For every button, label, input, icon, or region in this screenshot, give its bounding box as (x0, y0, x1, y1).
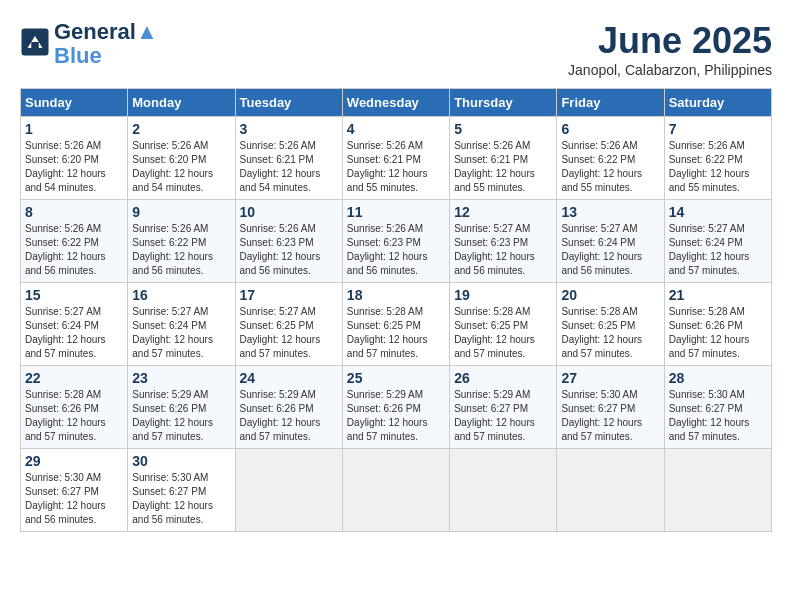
table-row: 2 Sunrise: 5:26 AMSunset: 6:20 PMDayligh… (128, 117, 235, 200)
calendar-week-2: 8 Sunrise: 5:26 AMSunset: 6:22 PMDayligh… (21, 200, 772, 283)
header-saturday: Saturday (664, 89, 771, 117)
logo: General▲ Blue (20, 20, 158, 68)
day-number: 4 (347, 121, 445, 137)
day-info: Sunrise: 5:26 AMSunset: 6:21 PMDaylight:… (347, 139, 445, 195)
table-row: 20 Sunrise: 5:28 AMSunset: 6:25 PMDaylig… (557, 283, 664, 366)
day-info: Sunrise: 5:27 AMSunset: 6:25 PMDaylight:… (240, 305, 338, 361)
table-row: 25 Sunrise: 5:29 AMSunset: 6:26 PMDaylig… (342, 366, 449, 449)
day-number: 9 (132, 204, 230, 220)
table-row (450, 449, 557, 532)
logo-text: General▲ Blue (54, 20, 158, 68)
location: Janopol, Calabarzon, Philippines (568, 62, 772, 78)
table-row (557, 449, 664, 532)
table-row: 17 Sunrise: 5:27 AMSunset: 6:25 PMDaylig… (235, 283, 342, 366)
month-title: June 2025 (568, 20, 772, 62)
table-row: 9 Sunrise: 5:26 AMSunset: 6:22 PMDayligh… (128, 200, 235, 283)
header-monday: Monday (128, 89, 235, 117)
day-number: 16 (132, 287, 230, 303)
calendar: Sunday Monday Tuesday Wednesday Thursday… (20, 88, 772, 532)
day-info: Sunrise: 5:27 AMSunset: 6:24 PMDaylight:… (561, 222, 659, 278)
table-row: 28 Sunrise: 5:30 AMSunset: 6:27 PMDaylig… (664, 366, 771, 449)
day-info: Sunrise: 5:26 AMSunset: 6:20 PMDaylight:… (132, 139, 230, 195)
day-info: Sunrise: 5:26 AMSunset: 6:23 PMDaylight:… (240, 222, 338, 278)
table-row: 16 Sunrise: 5:27 AMSunset: 6:24 PMDaylig… (128, 283, 235, 366)
table-row: 3 Sunrise: 5:26 AMSunset: 6:21 PMDayligh… (235, 117, 342, 200)
table-row: 24 Sunrise: 5:29 AMSunset: 6:26 PMDaylig… (235, 366, 342, 449)
table-row: 19 Sunrise: 5:28 AMSunset: 6:25 PMDaylig… (450, 283, 557, 366)
table-row: 11 Sunrise: 5:26 AMSunset: 6:23 PMDaylig… (342, 200, 449, 283)
title-section: June 2025 Janopol, Calabarzon, Philippin… (568, 20, 772, 78)
header-tuesday: Tuesday (235, 89, 342, 117)
day-number: 20 (561, 287, 659, 303)
day-info: Sunrise: 5:26 AMSunset: 6:22 PMDaylight:… (561, 139, 659, 195)
table-row: 12 Sunrise: 5:27 AMSunset: 6:23 PMDaylig… (450, 200, 557, 283)
day-info: Sunrise: 5:26 AMSunset: 6:23 PMDaylight:… (347, 222, 445, 278)
table-row: 15 Sunrise: 5:27 AMSunset: 6:24 PMDaylig… (21, 283, 128, 366)
day-number: 28 (669, 370, 767, 386)
calendar-header-row: Sunday Monday Tuesday Wednesday Thursday… (21, 89, 772, 117)
day-number: 15 (25, 287, 123, 303)
day-info: Sunrise: 5:29 AMSunset: 6:26 PMDaylight:… (347, 388, 445, 444)
day-number: 19 (454, 287, 552, 303)
day-number: 8 (25, 204, 123, 220)
day-number: 11 (347, 204, 445, 220)
day-info: Sunrise: 5:27 AMSunset: 6:24 PMDaylight:… (25, 305, 123, 361)
day-number: 14 (669, 204, 767, 220)
day-info: Sunrise: 5:28 AMSunset: 6:25 PMDaylight:… (454, 305, 552, 361)
day-number: 13 (561, 204, 659, 220)
day-number: 23 (132, 370, 230, 386)
table-row: 8 Sunrise: 5:26 AMSunset: 6:22 PMDayligh… (21, 200, 128, 283)
day-info: Sunrise: 5:30 AMSunset: 6:27 PMDaylight:… (132, 471, 230, 527)
table-row: 4 Sunrise: 5:26 AMSunset: 6:21 PMDayligh… (342, 117, 449, 200)
header-thursday: Thursday (450, 89, 557, 117)
calendar-week-5: 29 Sunrise: 5:30 AMSunset: 6:27 PMDaylig… (21, 449, 772, 532)
table-row: 18 Sunrise: 5:28 AMSunset: 6:25 PMDaylig… (342, 283, 449, 366)
day-number: 29 (25, 453, 123, 469)
day-number: 10 (240, 204, 338, 220)
day-info: Sunrise: 5:29 AMSunset: 6:26 PMDaylight:… (132, 388, 230, 444)
day-number: 25 (347, 370, 445, 386)
header-sunday: Sunday (21, 89, 128, 117)
day-info: Sunrise: 5:29 AMSunset: 6:26 PMDaylight:… (240, 388, 338, 444)
table-row: 26 Sunrise: 5:29 AMSunset: 6:27 PMDaylig… (450, 366, 557, 449)
day-number: 18 (347, 287, 445, 303)
day-number: 30 (132, 453, 230, 469)
table-row: 30 Sunrise: 5:30 AMSunset: 6:27 PMDaylig… (128, 449, 235, 532)
day-info: Sunrise: 5:26 AMSunset: 6:22 PMDaylight:… (669, 139, 767, 195)
day-info: Sunrise: 5:30 AMSunset: 6:27 PMDaylight:… (669, 388, 767, 444)
table-row: 10 Sunrise: 5:26 AMSunset: 6:23 PMDaylig… (235, 200, 342, 283)
table-row: 21 Sunrise: 5:28 AMSunset: 6:26 PMDaylig… (664, 283, 771, 366)
day-info: Sunrise: 5:26 AMSunset: 6:21 PMDaylight:… (240, 139, 338, 195)
day-number: 24 (240, 370, 338, 386)
day-number: 3 (240, 121, 338, 137)
day-number: 2 (132, 121, 230, 137)
calendar-week-3: 15 Sunrise: 5:27 AMSunset: 6:24 PMDaylig… (21, 283, 772, 366)
day-number: 6 (561, 121, 659, 137)
day-info: Sunrise: 5:27 AMSunset: 6:24 PMDaylight:… (669, 222, 767, 278)
day-info: Sunrise: 5:30 AMSunset: 6:27 PMDaylight:… (25, 471, 123, 527)
day-info: Sunrise: 5:28 AMSunset: 6:26 PMDaylight:… (25, 388, 123, 444)
day-info: Sunrise: 5:28 AMSunset: 6:26 PMDaylight:… (669, 305, 767, 361)
logo-icon (20, 27, 50, 57)
day-info: Sunrise: 5:26 AMSunset: 6:22 PMDaylight:… (132, 222, 230, 278)
table-row (342, 449, 449, 532)
day-info: Sunrise: 5:28 AMSunset: 6:25 PMDaylight:… (347, 305, 445, 361)
table-row: 1 Sunrise: 5:26 AMSunset: 6:20 PMDayligh… (21, 117, 128, 200)
table-row: 23 Sunrise: 5:29 AMSunset: 6:26 PMDaylig… (128, 366, 235, 449)
table-row (235, 449, 342, 532)
table-row: 13 Sunrise: 5:27 AMSunset: 6:24 PMDaylig… (557, 200, 664, 283)
table-row: 5 Sunrise: 5:26 AMSunset: 6:21 PMDayligh… (450, 117, 557, 200)
day-info: Sunrise: 5:27 AMSunset: 6:23 PMDaylight:… (454, 222, 552, 278)
day-info: Sunrise: 5:29 AMSunset: 6:27 PMDaylight:… (454, 388, 552, 444)
day-number: 17 (240, 287, 338, 303)
day-number: 27 (561, 370, 659, 386)
table-row: 29 Sunrise: 5:30 AMSunset: 6:27 PMDaylig… (21, 449, 128, 532)
calendar-week-1: 1 Sunrise: 5:26 AMSunset: 6:20 PMDayligh… (21, 117, 772, 200)
table-row: 6 Sunrise: 5:26 AMSunset: 6:22 PMDayligh… (557, 117, 664, 200)
table-row: 27 Sunrise: 5:30 AMSunset: 6:27 PMDaylig… (557, 366, 664, 449)
table-row: 22 Sunrise: 5:28 AMSunset: 6:26 PMDaylig… (21, 366, 128, 449)
svg-rect-2 (31, 42, 39, 48)
day-number: 21 (669, 287, 767, 303)
day-info: Sunrise: 5:26 AMSunset: 6:21 PMDaylight:… (454, 139, 552, 195)
day-number: 12 (454, 204, 552, 220)
